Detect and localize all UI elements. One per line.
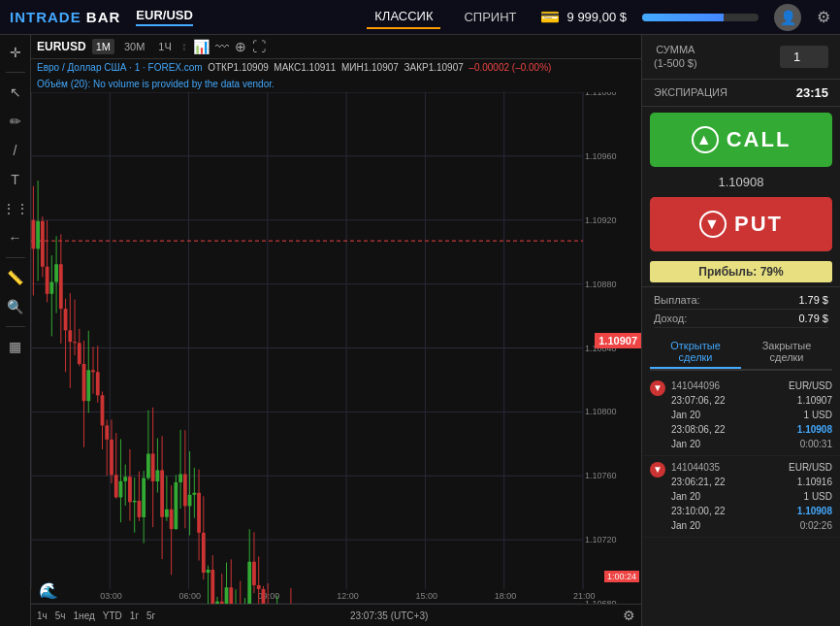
current-price-label: 1.10907 xyxy=(595,333,641,348)
tf-30m[interactable]: 30M xyxy=(120,39,148,54)
sum-label: СУММА (1-500 $) xyxy=(654,43,697,71)
crosshair-tool[interactable]: ✛ xyxy=(4,41,27,64)
zoom-tool[interactable]: 🔍 xyxy=(4,295,27,318)
trade-price-open: 1.10916 xyxy=(753,475,832,489)
chart-volume-info: Объём (20): No volume is provided by the… xyxy=(31,76,641,92)
profit-block: Прибыль: 79% xyxy=(650,261,832,282)
chart-area: EURUSD 1M 30M 1Ч ↕ 📊 〰 ⊕ ⛶ Евро / Доллар… xyxy=(31,35,641,626)
payout-label: Выплата: xyxy=(654,294,700,306)
current-timestamp: 23:07:35 (UTC+3) xyxy=(350,610,428,621)
trade-price-info: EUR/USD 1.10907 1 USD 1.10908 0:00:31 xyxy=(753,379,832,451)
trade-duration: 0:00:31 xyxy=(753,437,832,451)
time-ytd[interactable]: YTD xyxy=(103,610,122,621)
wallet-icon: 💳 xyxy=(540,8,560,26)
profit-label: Прибыль: xyxy=(698,265,757,279)
trade-direction-icon: ▼ xyxy=(650,380,665,396)
pencil-tool[interactable]: ✏ xyxy=(4,110,27,133)
trade-row: ▼ 141044035 23:06:21, 22 Jan 20 23:10:00… xyxy=(642,456,840,538)
chart-info-bar: Евро / Доллар США · 1 · FOREX.com ОТКР1.… xyxy=(31,59,641,76)
ruler-tool[interactable]: 📏 xyxy=(4,266,27,289)
app-logo: INTRADE BAR xyxy=(10,9,120,25)
time-1d[interactable]: 1нед xyxy=(74,610,95,621)
trade-open-date: 23:07:06, 22 xyxy=(671,393,751,408)
tab-closed-trades[interactable]: Закрытые сделки xyxy=(741,336,832,369)
account-info: 💳 9 999,00 $ xyxy=(540,8,627,26)
main-layout: ✛ ↖ ✏ / T ⋮⋮ ← 📏 🔍 ▦ EURUSD 1M 30M 1Ч ↕ … xyxy=(0,35,840,626)
time-5h[interactable]: 5ч xyxy=(55,610,66,621)
trade-open-date: 23:06:21, 22 xyxy=(671,475,751,489)
current-pair[interactable]: EUR/USD xyxy=(136,8,193,26)
chart-toolbar: EURUSD 1M 30M 1Ч ↕ 📊 〰 ⊕ ⛶ xyxy=(31,35,641,59)
payout-row: Выплата: 1.79 $ xyxy=(654,291,828,310)
trade-id: 141044096 xyxy=(671,379,751,393)
exp-value[interactable]: 23:15 xyxy=(796,85,828,100)
income-label: Доход: xyxy=(654,313,687,324)
layer-tool[interactable]: ▦ xyxy=(4,335,27,358)
chart-pair-name: Евро / Доллар США · 1 · FOREX.com xyxy=(37,62,203,73)
chart-symbol: EURUSD xyxy=(37,40,86,53)
indicator-icon[interactable]: 〰 xyxy=(215,39,229,54)
trade-details: 141044035 23:06:21, 22 Jan 20 23:10:00, … xyxy=(671,460,751,533)
time-5y[interactable]: 5г xyxy=(146,610,155,621)
toolbar-sep-2 xyxy=(6,257,25,258)
cursor-tool[interactable]: ↖ xyxy=(4,81,27,104)
sum-input[interactable] xyxy=(780,46,828,68)
call-button[interactable]: ▲ CALL xyxy=(650,113,832,167)
trade-open-date2: Jan 20 xyxy=(671,408,751,422)
chart-settings-icon[interactable]: ⚙ xyxy=(623,608,635,623)
nav-sprint[interactable]: СПРИНТ xyxy=(456,6,524,28)
tf-1h[interactable]: 1Ч xyxy=(154,39,175,54)
call-arrow-icon: ▲ xyxy=(692,126,719,153)
trade-direction-icon: ▼ xyxy=(650,462,665,478)
arrow-tool[interactable]: ← xyxy=(4,226,27,249)
avatar[interactable]: 👤 xyxy=(774,4,801,31)
add-indicator-icon[interactable]: ⊕ xyxy=(235,39,246,54)
right-panel: СУММА (1-500 $) ЭКСПИРАЦИЯ 23:15 ▲ CALL … xyxy=(641,35,840,626)
progress-fill xyxy=(642,14,724,21)
income-value: 0.79 $ xyxy=(798,313,828,324)
trade-open-date2: Jan 20 xyxy=(671,489,751,504)
trade-price-open: 1.10907 xyxy=(753,393,832,408)
expiration-block: ЭКСПИРАЦИЯ 23:15 xyxy=(642,80,840,107)
trade-pair: EUR/USD xyxy=(753,460,832,475)
price-chart[interactable] xyxy=(31,92,641,604)
tf-1m[interactable]: 1M xyxy=(92,39,114,54)
time-1y[interactable]: 1г xyxy=(130,610,139,621)
trade-row: ▼ 141044096 23:07:06, 22 Jan 20 23:08:06… xyxy=(642,375,840,456)
candle-type-icon[interactable]: 📊 xyxy=(193,39,210,54)
profit-value: 79% xyxy=(760,265,784,279)
nav-classic[interactable]: КЛАССИК xyxy=(367,5,440,29)
trade-pair: EUR/USD xyxy=(753,379,832,393)
pattern-tool[interactable]: ⋮⋮ xyxy=(4,197,27,220)
trade-close-date2: Jan 20 xyxy=(671,437,751,451)
topnav: INTRADE BAR EUR/USD КЛАССИК СПРИНТ 💳 9 9… xyxy=(0,0,840,35)
tab-open-trades[interactable]: Открытые сделки xyxy=(650,336,741,369)
trade-close-date: 23:08:06, 22 xyxy=(671,422,751,437)
exp-label: ЭКСПИРАЦИЯ xyxy=(654,86,727,98)
trade-amount: 1 USD xyxy=(753,408,832,422)
toolbar-sep-1 xyxy=(6,72,25,73)
payout-value: 1.79 $ xyxy=(798,294,828,306)
text-tool[interactable]: T xyxy=(4,168,27,191)
time-1h[interactable]: 1ч xyxy=(37,610,48,621)
income-row: Доход: 0.79 $ xyxy=(654,310,828,328)
market-price: 1.10908 xyxy=(642,171,840,193)
chart-canvas-area[interactable]: 1.10907 1:00:24 xyxy=(31,92,641,604)
trade-close-date: 23:10:00, 22 xyxy=(671,504,751,518)
trade-price-info: EUR/USD 1.10916 1 USD 1.10908 0:02:26 xyxy=(753,460,832,533)
screenshot-icon[interactable]: ⛶ xyxy=(252,39,266,54)
trade-close-date2: Jan 20 xyxy=(671,518,751,533)
put-button[interactable]: ▼ PUT xyxy=(650,197,832,251)
left-toolbar: ✛ ↖ ✏ / T ⋮⋮ ← 📏 🔍 ▦ xyxy=(0,35,31,626)
topnav-settings-icon[interactable]: ⚙ xyxy=(817,8,830,26)
trade-details: 141044096 23:07:06, 22 Jan 20 23:08:06, … xyxy=(671,379,751,451)
time-elapsed-label: 1:00:24 xyxy=(604,571,639,582)
trade-price-close: 1.10908 xyxy=(753,504,832,518)
trades-tabs: Открытые сделки Закрытые сделки xyxy=(650,336,832,371)
trade-duration: 0:02:26 xyxy=(753,518,832,533)
balance-display: 9 999,00 $ xyxy=(567,10,627,24)
sum-block: СУММА (1-500 $) xyxy=(642,35,840,80)
trade-id: 141044035 xyxy=(671,460,751,475)
chart-ohlc: ОТКР1.10909 МАКС1.10911 МИН1.10907 ЗАКР1… xyxy=(205,62,551,73)
line-tool[interactable]: / xyxy=(4,139,27,162)
